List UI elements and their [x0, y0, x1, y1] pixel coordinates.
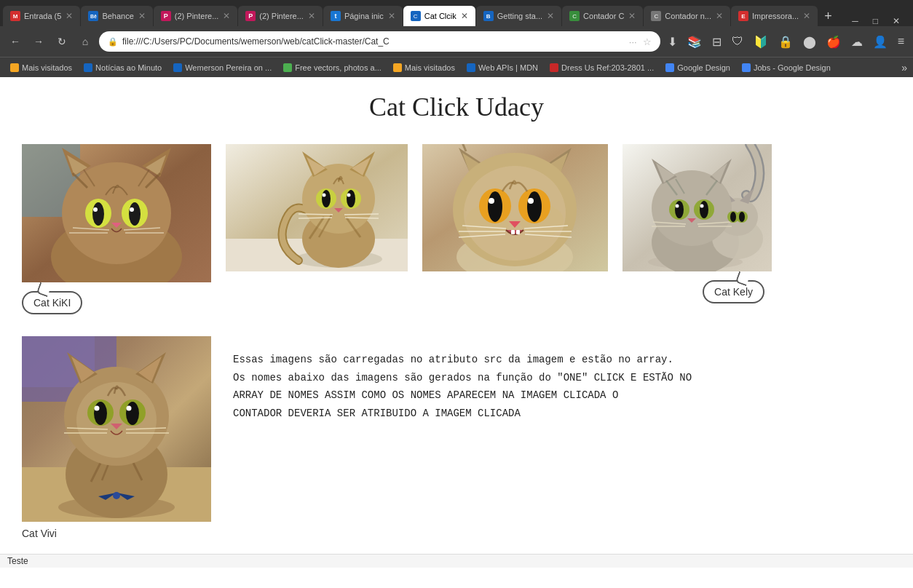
bookmark-dress[interactable]: Dress Us Ref:203-2801 ... [545, 62, 658, 74]
address-actions: ··· ☆ [629, 36, 652, 47]
svg-point-124 [95, 406, 100, 411]
tab-pinterest1[interactable]: P (2) Pintere... ✕ [154, 6, 238, 26]
status-bar: Teste [0, 554, 913, 568]
svg-point-14 [92, 202, 104, 226]
sidebar-icon[interactable]: ⊟ [709, 33, 724, 50]
maximize-button[interactable]: □ [869, 16, 882, 26]
cat-vivi-image[interactable] [22, 336, 211, 522]
vpn-icon[interactable]: 🔒 [775, 33, 796, 50]
tab-close-active-icon[interactable]: ✕ [461, 11, 468, 21]
cats-row1: Cat KiKI [22, 144, 891, 314]
cat-vivi-label: Cat Vivi [22, 528, 57, 539]
pinterest2-icon: P [245, 11, 256, 21]
circle-icon[interactable]: ⬤ [800, 33, 819, 50]
bookmark-star-icon[interactable]: ☆ [643, 36, 652, 47]
cloud-icon[interactable]: ☁ [848, 33, 866, 50]
user-icon[interactable]: 👤 [870, 33, 890, 50]
mdn-icon [467, 63, 475, 72]
reload-button[interactable]: ↻ [52, 32, 71, 51]
google-design-icon [665, 63, 674, 72]
cat2-item [226, 144, 408, 271]
back-button[interactable]: ← [6, 32, 25, 51]
bookmark-freevectors[interactable]: Free vectors, photos a... [279, 62, 386, 74]
close-button[interactable]: ✕ [888, 16, 904, 26]
bookmark-wemerson[interactable]: Wemerson Pereira on ... [169, 62, 276, 74]
cat-kiki-item: Cat KiKI [22, 144, 211, 314]
svg-point-17 [130, 207, 134, 212]
window-controls: ─ □ ✕ [847, 16, 910, 26]
freevectors-icon [283, 63, 292, 72]
status-text: Teste [7, 556, 28, 566]
tab-getting[interactable]: B Getting sta... ✕ [476, 6, 561, 26]
toolbar-icons: ⬇ 📚 ⊟ 🛡 🔰 🔒 ⬤ 🍎 ☁ 👤 ≡ [665, 33, 907, 50]
tab-catclick[interactable]: C Cat Clcik ✕ [403, 6, 475, 26]
svg-point-59 [488, 191, 502, 222]
menu-icon[interactable]: ≡ [895, 33, 907, 49]
browser-chrome: M Entrada (5 ✕ Bē Behance ✕ P (2) Pinter… [0, 0, 913, 77]
shield2-icon[interactable]: 🔰 [751, 33, 771, 50]
bookmark-jobs-google[interactable]: Jobs - Google Design [738, 62, 835, 74]
home-button[interactable]: ⌂ [76, 32, 95, 51]
bookmark-mais-visitados-2[interactable]: Mais visitados [389, 62, 459, 74]
tab-close-icon[interactable]: ✕ [66, 11, 73, 21]
star2-icon [393, 63, 402, 72]
description-block: Essas imagens são carregadas no atributo… [233, 336, 692, 422]
contador1-icon: C [569, 11, 580, 21]
address-bar-row: ← → ↻ ⌂ 🔒 file:///C:/Users/PC/Documents/… [0, 26, 913, 57]
tab-contador2[interactable]: C Contador n... ✕ [644, 6, 730, 26]
cat2-image[interactable] [226, 144, 408, 271]
svg-point-110 [113, 492, 120, 499]
tab-pinterest2[interactable]: P (2) Pintere... ✕ [238, 6, 323, 26]
minimize-button[interactable]: ─ [847, 16, 863, 26]
download-icon[interactable]: ⬇ [665, 33, 680, 50]
tab-close-icon[interactable]: ✕ [547, 11, 554, 21]
svg-point-62 [528, 198, 534, 204]
collections-icon[interactable]: 📚 [684, 33, 705, 50]
star-icon [10, 63, 19, 72]
cat-kely-label: Cat Kely [703, 280, 764, 303]
cat3-image[interactable] [422, 144, 608, 271]
catclick-icon: C [411, 11, 421, 21]
tab-close-icon[interactable]: ✕ [716, 11, 723, 21]
description-text: Essas imagens são carregadas no atributo… [233, 351, 692, 422]
bookmark-mais-visitados-1[interactable]: Mais visitados [6, 62, 76, 74]
cat-kiki-image[interactable] [22, 144, 211, 282]
bookmarks-more-icon[interactable]: » [901, 62, 907, 74]
cat-kely-item: Cat Kely [622, 144, 772, 303]
forward-button[interactable]: → [29, 32, 48, 51]
tab-close-icon[interactable]: ✕ [308, 11, 315, 21]
tab-close-icon[interactable]: ✕ [223, 11, 230, 21]
dress-icon [550, 63, 558, 72]
jobs-icon [742, 63, 751, 72]
tab-gmail[interactable]: M Entrada (5 ✕ [3, 6, 80, 26]
svg-point-40 [347, 194, 351, 197]
tab-close-icon[interactable]: ✕ [138, 11, 146, 21]
pinterest-icon: P [161, 11, 171, 21]
address-bar[interactable]: 🔒 file:///C:/Users/PC/Documents/wemerson… [99, 31, 660, 52]
svg-point-60 [527, 191, 542, 222]
more-icon[interactable]: ··· [629, 36, 637, 47]
tab-twitter[interactable]: t Página inic ✕ [323, 6, 403, 26]
bookmark-mdn[interactable]: Web APIs | MDN [462, 62, 542, 74]
new-tab-button[interactable]: + [818, 6, 838, 26]
cats-row2: Cat Vivi Essas imagens são carregadas no… [22, 336, 891, 539]
svg-point-89 [675, 201, 684, 218]
lock-icon: 🔒 [108, 37, 118, 47]
bookmark-noticias[interactable]: Notícias ao Minuto [79, 62, 166, 74]
tab-close-icon[interactable]: ✕ [388, 11, 395, 21]
svg-point-125 [127, 406, 132, 411]
tab-close-icon[interactable]: ✕ [628, 11, 636, 21]
cat-kely-image[interactable] [622, 144, 772, 271]
tab-contador1[interactable]: C Contador C ✕ [562, 6, 643, 26]
apple-icon[interactable]: 🍎 [823, 33, 844, 50]
shield-icon[interactable]: 🛡 [729, 33, 746, 49]
svg-point-122 [94, 402, 107, 425]
tab-bar: M Entrada (5 ✕ Bē Behance ✕ P (2) Pinter… [0, 0, 913, 26]
tab-impressora[interactable]: E Impressora... ✕ [731, 6, 818, 26]
svg-line-43 [299, 218, 332, 218]
bookmark-google-design[interactable]: Google Design [661, 62, 735, 74]
tab-behance[interactable]: Bē Behance ✕ [81, 6, 152, 26]
twitter-icon: t [331, 11, 341, 21]
tab-close-icon[interactable]: ✕ [803, 11, 810, 21]
page-content: Cat Click Udacy [0, 77, 913, 554]
